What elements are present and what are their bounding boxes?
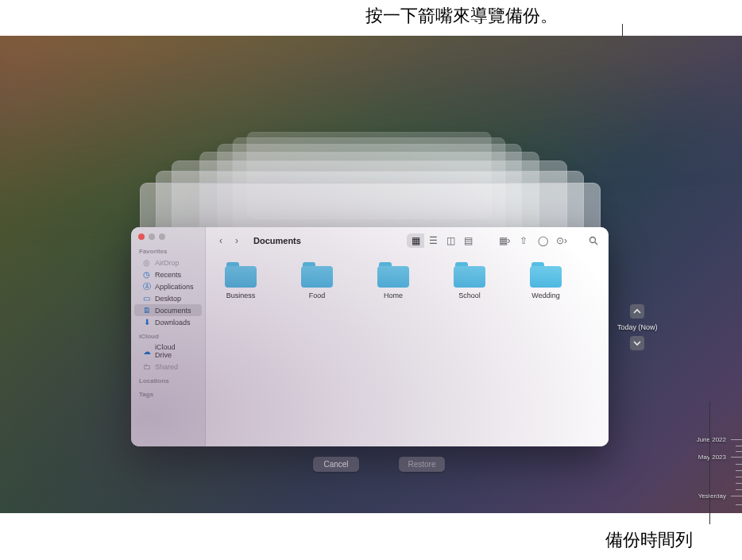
cancel-label: Cancel [323, 460, 348, 469]
back-button[interactable]: ‹ [214, 234, 228, 248]
cancel-button[interactable]: Cancel [313, 457, 359, 472]
sidebar-item-label: Documents [155, 307, 191, 315]
annotation-bottom-text: 備份時間列 [605, 530, 693, 550]
history-window [199, 152, 539, 263]
folder-food[interactable]: Food [295, 262, 339, 438]
sidebar-item-label: Desktop [155, 295, 181, 303]
timeline-tick [736, 489, 742, 490]
group-button[interactable]: ▦› [497, 234, 512, 248]
cloud-icon: ☁ [142, 347, 151, 356]
folder-icon [454, 262, 485, 288]
timeline-tick [736, 446, 742, 446]
doc-icon: 🗎 [142, 306, 151, 315]
annotation-timeline: 備份時間列 [605, 528, 693, 552]
sidebar-item-label: Shared [155, 363, 178, 371]
clock-icon: ◷ [142, 270, 151, 279]
timeline-tick [731, 457, 742, 458]
timeline-tick [736, 477, 742, 477]
restore-label: Restore [408, 460, 435, 469]
timeline-tick [736, 504, 742, 505]
sidebar-item-icloud-drive[interactable]: ☁ iCloud Drive [134, 342, 202, 361]
timeline-label: May 2023 [698, 454, 726, 461]
folder-icon [301, 262, 333, 288]
sidebar-section-icloud: iCloud [131, 328, 205, 342]
sidebar-item-label: AirDrop [155, 259, 180, 267]
folder-label: School [458, 292, 481, 299]
timeline-tick [731, 496, 742, 496]
sidebar-item-shared[interactable]: 🗀 Shared [134, 361, 202, 373]
action-buttons: Cancel Restore [313, 457, 445, 472]
annotation-arrows: 按一下箭嘴來導覽備份。 [365, 4, 558, 28]
chevron-up-icon [633, 308, 641, 315]
svg-point-0 [590, 238, 596, 243]
sidebar-item-documents[interactable]: 🗎 Documents [134, 304, 202, 316]
leader-line [709, 401, 710, 524]
sidebar-item-airdrop[interactable]: ◎ AirDrop [134, 257, 202, 268]
annotation-top-text: 按一下箭嘴來導覽備份。 [365, 6, 558, 25]
sidebar-item-label: Applications [155, 283, 194, 291]
forward-button[interactable]: › [230, 234, 244, 248]
search-button[interactable] [586, 234, 601, 248]
tag-button[interactable]: ◯ [535, 234, 550, 248]
desktop-icon: ▭ [142, 294, 151, 303]
close-button[interactable] [138, 234, 145, 240]
icon-view-button[interactable]: ▦ [407, 234, 424, 248]
download-icon: ⬇ [142, 318, 151, 326]
sidebar-section-locations: Locations [131, 373, 205, 386]
nav-current-label: Today (Now) [617, 323, 658, 331]
nav-back-forward: ‹ › [214, 234, 244, 248]
grid-icon: Ⓐ [142, 282, 151, 291]
timeline-tick [736, 451, 742, 452]
folder-school[interactable]: School [447, 262, 492, 438]
finder-sidebar: Favorites ◎ AirDrop ◷ Recents Ⓐ Applicat… [131, 227, 206, 446]
share-button[interactable]: ⇧ [516, 234, 531, 248]
nav-down-button[interactable] [630, 336, 644, 350]
history-window [172, 160, 567, 283]
folder-wedding[interactable]: Wedding [524, 262, 568, 438]
backup-navigation: Today (Now) [617, 304, 658, 350]
folder-business[interactable]: Business [218, 262, 263, 438]
restore-button[interactable]: Restore [399, 457, 445, 472]
sidebar-section-favorites: Favorites [131, 243, 205, 257]
history-window [233, 137, 506, 231]
folder-label: Food [309, 292, 326, 299]
list-view-button[interactable]: ☰ [424, 234, 442, 248]
folder-grid: Business Food Home School Wedding [206, 254, 609, 446]
timeline-tick [731, 439, 742, 440]
folder-label: Wedding [531, 292, 559, 299]
sidebar-item-downloads[interactable]: ⬇ Downloads [134, 316, 202, 328]
window-title: Documents [253, 236, 301, 245]
nav-up-button[interactable] [630, 304, 644, 319]
folder-home[interactable]: Home [371, 262, 415, 438]
folder-icon [530, 262, 562, 288]
shared-icon: 🗀 [142, 362, 151, 371]
finder-main: ‹ › Documents ▦ ☰ ◫ ▤ ▦› ⇧ ◯ ⊙› [206, 227, 609, 446]
airdrop-icon: ◎ [142, 258, 151, 267]
time-machine-backdrop: Favorites ◎ AirDrop ◷ Recents Ⓐ Applicat… [0, 36, 742, 513]
action-button[interactable]: ⊙› [555, 234, 569, 248]
sidebar-item-applications[interactable]: Ⓐ Applications [134, 280, 202, 292]
timeline-tick [736, 464, 742, 465]
backup-timeline[interactable]: June 2022 May 2023 Yesterday Now [678, 416, 742, 513]
window-controls [131, 227, 205, 243]
finder-toolbar: ‹ › Documents ▦ ☰ ◫ ▤ ▦› ⇧ ◯ ⊙› [206, 227, 609, 254]
timeline-label: June 2022 [697, 436, 726, 443]
timeline-label: Yesterday [698, 492, 726, 500]
history-window [156, 171, 584, 306]
timeline-tick [736, 470, 742, 471]
history-window [246, 132, 491, 219]
gallery-view-button[interactable]: ▤ [459, 234, 477, 248]
column-view-button[interactable]: ◫ [442, 234, 459, 248]
maximize-button[interactable] [159, 234, 165, 240]
chevron-down-icon [633, 340, 641, 346]
folder-label: Home [384, 292, 403, 299]
history-window [217, 144, 521, 245]
sidebar-item-recents[interactable]: ◷ Recents [134, 268, 202, 280]
minimize-button[interactable] [149, 234, 155, 240]
history-window [140, 183, 601, 332]
sidebar-item-desktop[interactable]: ▭ Desktop [134, 292, 202, 304]
search-icon [589, 236, 598, 245]
finder-window: Favorites ◎ AirDrop ◷ Recents Ⓐ Applicat… [131, 227, 609, 446]
folder-icon [377, 262, 409, 288]
view-mode-group: ▦ ☰ ◫ ▤ [407, 234, 477, 248]
